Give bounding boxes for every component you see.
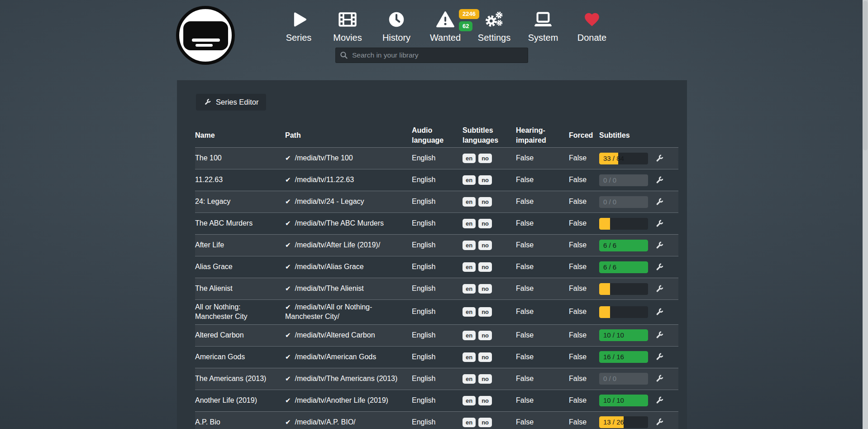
nav-label: Series xyxy=(286,33,312,43)
edit-series-button[interactable] xyxy=(654,352,665,362)
edit-series-button[interactable] xyxy=(654,395,665,406)
edit-series-button[interactable] xyxy=(654,218,665,229)
subtitles-progress-bar: 6 / 6 xyxy=(599,261,648,273)
audio-language-value: English xyxy=(412,328,463,343)
audio-language-value: English xyxy=(412,281,463,296)
edit-series-button[interactable] xyxy=(654,373,665,384)
language-badge: no xyxy=(478,175,492,185)
series-name[interactable]: The 100 xyxy=(195,151,285,166)
forced-value: False xyxy=(569,328,599,343)
nav-item-settings[interactable]: Settings xyxy=(470,9,519,43)
wrench-icon xyxy=(655,176,664,185)
series-name[interactable]: The ABC Murders xyxy=(195,216,285,231)
table-row: American Gods ✔/media/tv/American Gods E… xyxy=(195,346,678,368)
subtitles-progress-bar xyxy=(599,283,648,295)
language-badge: en xyxy=(463,219,476,228)
wrench-icon xyxy=(655,198,664,207)
subtitles-progress-bar: 0 / 0 xyxy=(599,373,648,385)
series-path: ✔/media/tv/Alias Grace xyxy=(285,260,412,275)
subtitles-progress-bar: 13 / 26 xyxy=(599,416,648,428)
language-badge: en xyxy=(463,307,476,317)
series-name[interactable]: Another Life (2019) xyxy=(195,393,285,408)
subtitles-languages-badges: enno xyxy=(463,371,516,386)
edit-series-button[interactable] xyxy=(654,262,665,273)
language-badge: en xyxy=(463,262,476,272)
edit-series-button[interactable] xyxy=(654,175,665,186)
check-icon: ✔ xyxy=(285,284,291,292)
page-scrollbar[interactable] xyxy=(863,0,868,429)
edit-series-button[interactable] xyxy=(654,197,665,207)
hearing-impaired-value: False xyxy=(516,238,569,253)
series-name[interactable]: The Alienist xyxy=(195,281,285,296)
series-name[interactable]: 24: Legacy xyxy=(195,194,285,209)
edit-series-button[interactable] xyxy=(654,417,665,428)
forced-value: False xyxy=(569,304,599,319)
series-name[interactable]: All or Nothing: Manchester City xyxy=(195,300,285,324)
series-path: ✔/media/tv/24 - Legacy xyxy=(285,194,412,209)
nav-item-history[interactable]: History xyxy=(372,9,421,43)
audio-language-value: English xyxy=(412,415,463,429)
check-icon: ✔ xyxy=(285,331,291,339)
nav-label: Settings xyxy=(478,33,510,43)
forced-value: False xyxy=(569,281,599,296)
nav-item-movies[interactable]: Movies xyxy=(323,9,372,43)
series-name[interactable]: A.P. Bio xyxy=(195,415,285,429)
subtitles-languages-badges: enno xyxy=(463,260,516,275)
series-editor-button[interactable]: Series Editor xyxy=(196,94,266,111)
hearing-impaired-value: False xyxy=(516,173,569,188)
series-path: ✔/media/tv/The Alienist xyxy=(285,281,412,296)
series-name[interactable]: American Gods xyxy=(195,350,285,365)
gears-icon xyxy=(484,9,504,30)
wrench-icon xyxy=(655,396,664,405)
subtitles-languages-badges: enno xyxy=(463,328,516,343)
audio-language-value: English xyxy=(412,393,463,408)
forced-value: False xyxy=(569,194,599,209)
hearing-impaired-value: False xyxy=(516,393,569,408)
series-name[interactable]: 11.22.63 xyxy=(195,173,285,188)
series-name[interactable]: Altered Carbon xyxy=(195,328,285,343)
hearing-impaired-value: False xyxy=(516,328,569,343)
series-editor-label: Series Editor xyxy=(216,98,258,106)
edit-series-button[interactable] xyxy=(654,284,665,294)
search-input[interactable] xyxy=(352,51,524,59)
scrollbar-thumb[interactable] xyxy=(863,1,868,150)
nav-item-donate[interactable]: Donate xyxy=(568,9,616,43)
language-badge: no xyxy=(478,352,492,362)
forced-value: False xyxy=(569,350,599,365)
nav-label: System xyxy=(528,33,558,43)
series-path: ✔/media/tv/American Gods xyxy=(285,350,412,365)
series-path: ✔/media/tv/The 100 xyxy=(285,151,412,166)
film-icon xyxy=(338,9,357,30)
check-icon: ✔ xyxy=(285,176,291,183)
header-subtitles: Subtitles xyxy=(599,130,654,140)
bazarr-logo[interactable] xyxy=(176,6,235,65)
edit-series-button[interactable] xyxy=(654,153,665,164)
audio-language-value: English xyxy=(412,304,463,319)
nav-item-system[interactable]: System xyxy=(519,9,568,43)
table-row: 11.22.63 ✔/media/tv/11.22.63 English enn… xyxy=(195,169,678,191)
subtitles-languages-badges: enno xyxy=(463,393,516,408)
language-badge: en xyxy=(463,241,476,250)
check-icon: ✔ xyxy=(285,263,291,270)
series-path: ✔/media/tv/The ABC Murders xyxy=(285,216,412,231)
series-name[interactable]: The Americans (2013) xyxy=(195,371,285,386)
edit-series-button[interactable] xyxy=(654,330,665,341)
table-row: A.P. Bio ✔/media/tv/A.P. BIO/ English en… xyxy=(195,411,678,429)
subtitles-languages-badges: enno xyxy=(463,415,516,429)
nav-item-wanted[interactable]: Wanted 2246 62 xyxy=(421,9,470,43)
check-icon: ✔ xyxy=(285,375,291,382)
hearing-impaired-value: False xyxy=(516,216,569,231)
series-name[interactable]: Alias Grace xyxy=(195,260,285,275)
subtitles-progress-bar xyxy=(599,218,648,230)
nav-label: Donate xyxy=(577,33,607,43)
series-name[interactable]: After Life xyxy=(195,238,285,253)
series-editor-panel: Series Editor Name Path Audio language S… xyxy=(177,80,687,429)
hearing-impaired-value: False xyxy=(516,415,569,429)
language-badge: en xyxy=(463,331,476,340)
wrench-icon xyxy=(655,308,664,317)
subtitles-languages-badges: enno xyxy=(463,281,516,296)
nav-item-series[interactable]: Series xyxy=(274,9,323,43)
audio-language-value: English xyxy=(412,260,463,275)
edit-series-button[interactable] xyxy=(654,307,665,318)
edit-series-button[interactable] xyxy=(654,240,665,251)
